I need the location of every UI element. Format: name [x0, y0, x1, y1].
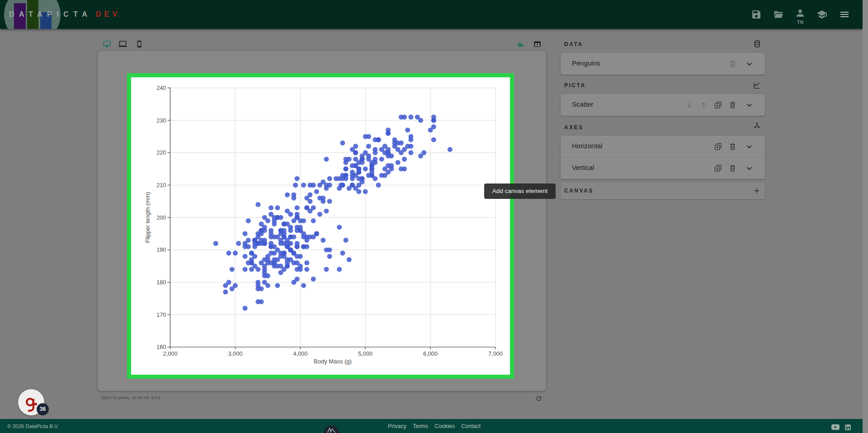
svg-text:5,000: 5,000 — [358, 350, 373, 357]
svg-text:230: 230 — [156, 117, 166, 124]
svg-text:170: 170 — [156, 311, 166, 318]
svg-text:Flipper length (mm): Flipper length (mm) — [144, 192, 151, 243]
svg-text:200: 200 — [156, 214, 166, 221]
svg-text:7,000: 7,000 — [488, 350, 503, 357]
svg-text:4,000: 4,000 — [293, 350, 307, 357]
svg-text:Body Mass (g): Body Mass (g) — [314, 358, 352, 365]
svg-text:2,000: 2,000 — [163, 350, 177, 357]
svg-text:6,000: 6,000 — [423, 350, 438, 357]
svg-text:220: 220 — [156, 149, 166, 156]
svg-text:3,000: 3,000 — [228, 350, 242, 357]
svg-text:160: 160 — [156, 344, 166, 350]
svg-text:180: 180 — [156, 279, 166, 286]
svg-text:240: 240 — [156, 85, 166, 91]
svg-text:190: 190 — [156, 246, 166, 253]
svg-text:210: 210 — [156, 182, 166, 188]
